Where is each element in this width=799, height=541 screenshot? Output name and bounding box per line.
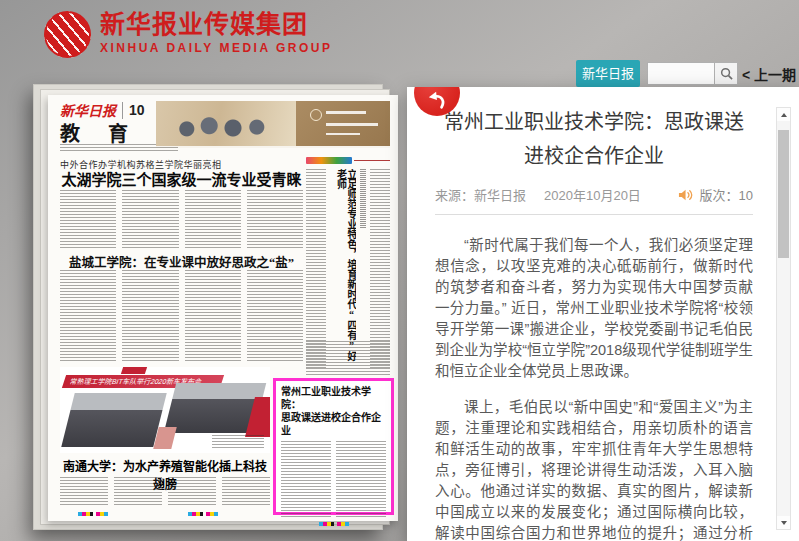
article-content: 常州工业职业技术学院：思政课送进校企合作企业 来源：新华日报 2020年10月2… — [407, 87, 799, 541]
newspaper-masthead: 新华日报 10 — [60, 100, 145, 120]
text-column — [306, 169, 326, 369]
students-photo — [156, 101, 296, 146]
feature-tab — [121, 367, 147, 374]
search-button[interactable] — [714, 62, 738, 85]
text-column — [60, 270, 116, 362]
text-column — [185, 190, 241, 248]
article-date: 2020年10月20日 — [544, 185, 641, 204]
section-title: 教 育 — [60, 118, 132, 147]
app-window: 新华报业传媒集团 XINHUA DAILY MEDIA GROUP 新华日报 <… — [0, 0, 799, 541]
column-logo — [306, 157, 352, 164]
edition-label: 版次：10 — [700, 185, 753, 204]
headline-taihu: 太湖学院三个国家级一流专业受青睐 — [60, 168, 303, 189]
text-column — [122, 270, 178, 362]
logo-english-name: XINHUA DAILY MEDIA GROUP — [100, 41, 332, 55]
masthead-title: 新华日报 — [60, 100, 116, 120]
search-icon — [720, 67, 733, 80]
race-team-photo — [61, 393, 166, 447]
highlight-title-line2: 思政课送进校企合作企业 — [281, 411, 386, 437]
vertical-kicker-text — [360, 169, 366, 229]
text-column — [60, 477, 108, 507]
photo-caption-text — [212, 435, 264, 449]
previous-issue-link[interactable]: < 上一期 — [742, 64, 796, 84]
advertisement-panel — [296, 101, 390, 146]
text-column — [185, 270, 241, 362]
text-column — [60, 190, 116, 248]
cmyk-marks — [188, 512, 218, 516]
headline-yancheng: 盐城工学院：在专业课中放好思政之“盐” — [60, 252, 303, 271]
masthead-divider — [122, 102, 123, 119]
text-columns-yancheng — [60, 270, 303, 362]
logo-chinese-name: 新华报业传媒集团 — [100, 11, 332, 39]
scroll-up-button[interactable] — [777, 108, 790, 121]
highlight-title-line1: 常州工业职业技术学院： — [281, 385, 386, 411]
text-column — [247, 270, 303, 362]
cmyk-marks — [319, 522, 349, 526]
text-column — [370, 169, 390, 369]
speaker-icon[interactable] — [678, 188, 695, 202]
paragraph-2: 课上，毛伯民以“新中国史”和“爱国主义”为主题，注重理论和实践相结合，用亲切质朴… — [435, 397, 753, 541]
text-column — [122, 190, 178, 248]
text-column — [222, 477, 270, 507]
newspaper-select-button[interactable]: 新华日报 — [576, 60, 640, 87]
top-banner — [156, 101, 390, 148]
article-source: 来源：新华日报 — [435, 185, 526, 204]
text-column — [306, 341, 390, 375]
text-column — [247, 190, 303, 248]
scrollbar-thumb[interactable] — [778, 130, 789, 258]
xinhua-group-logo: 新华报业传媒集团 XINHUA DAILY MEDIA GROUP — [44, 11, 332, 58]
text-column — [281, 441, 331, 517]
article-meta: 来源：新华日报 2020年10月20日 版次：10 — [435, 185, 753, 204]
highlighted-article[interactable]: 常州工业职业技术学院： 思政课送进校企合作企业 — [273, 378, 394, 515]
photo-feature: 常熟理工学院BIT车队举行2020新车发布会 — [60, 367, 270, 453]
scroll-down-button[interactable] — [777, 516, 790, 529]
search-input[interactable] — [647, 62, 715, 85]
vertical-headline: 立足师范专业特色，培育新时代“四有”好老师 — [330, 169, 356, 369]
cmyk-marks — [78, 512, 108, 516]
newspaper-page-stack: 新华日报 10 教 育 中外合作办学机构苏格兰学院华丽亮相 太湖学院三个国家级一… — [48, 95, 398, 521]
newspaper-page: 新华日报 10 教 育 中外合作办学机构苏格兰学院华丽亮相 太湖学院三个国家级一… — [48, 95, 398, 521]
text-columns-taihu — [60, 190, 303, 248]
scrollbar[interactable] — [776, 107, 791, 530]
paragraph-1: “新时代属于我们每一个人，我们必须坚定理想信念，以攻坚克难的决心砥砺前行，做新时… — [435, 235, 753, 382]
accent-shape — [153, 427, 176, 449]
ad-emblem-icon — [310, 109, 322, 121]
text-columns-nantong — [60, 477, 270, 507]
divider — [435, 214, 753, 215]
text-column — [336, 441, 386, 517]
article-title: 常州工业职业技术学院：思政课送进校企合作企业 — [435, 105, 753, 173]
xinhua-emblem-icon — [44, 11, 91, 58]
masthead-page-number: 10 — [129, 102, 145, 118]
text-column — [114, 477, 162, 507]
back-arrow-icon — [426, 90, 448, 110]
article-panel: 常州工业职业技术学院：思政课送进校企合作企业 来源：新华日报 2020年10月2… — [407, 87, 799, 541]
text-column — [168, 477, 216, 507]
